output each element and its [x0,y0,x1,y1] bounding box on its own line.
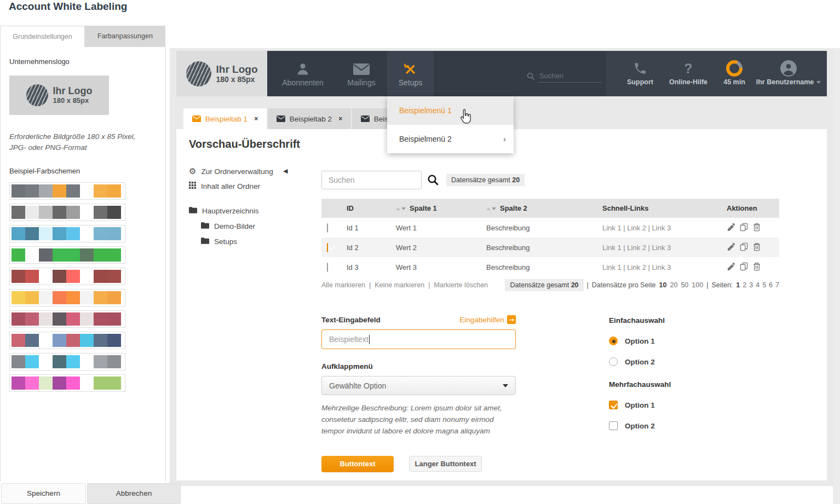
preview-tab-2[interactable]: Beispieltab 2 × [268,108,351,129]
color-scheme-row[interactable] [9,289,125,306]
select-none-link[interactable]: Keine markieren [375,281,424,289]
row-cell-quicklinks[interactable]: Link 1 | Link 2 | Link 3 [602,244,727,252]
list-search-input[interactable] [321,171,422,189]
close-icon[interactable]: × [338,115,342,123]
folder-manage-link[interactable]: ⚙ Zur Ordnerverwaltung [189,166,273,176]
page-link[interactable]: 2 [743,281,746,289]
delete-icon[interactable] [753,262,761,273]
color-swatch [94,334,107,347]
per-page-option[interactable]: 50 [681,281,688,289]
checkbox-checked[interactable] [609,401,618,409]
company-logo-placeholder[interactable]: Ihr Logo 180 x 85px [9,76,109,115]
edit-icon[interactable] [727,223,735,233]
color-scheme-row[interactable] [9,353,125,370]
color-scheme-row[interactable] [9,332,125,349]
header-search-input[interactable] [538,71,601,83]
nav-item-setups[interactable]: Setups [387,51,434,96]
tab-grundeinstellungen[interactable]: Grundeinstellungen [0,26,85,47]
input-helpers-link[interactable]: Eingabehilfen → [459,315,516,324]
checkbox-option-2[interactable]: Option 2 [609,421,718,430]
header-cell-spalte1[interactable]: Spalte 1 [396,204,486,212]
nav-item-mailings[interactable]: Mailings [331,51,392,96]
color-swatch [11,184,25,198]
preview-heading: Vorschau-Überschrift [189,138,300,150]
sort-asc-icon[interactable] [486,207,491,210]
copy-icon[interactable] [740,223,748,233]
delete-icon[interactable] [753,242,761,253]
radio-option-2[interactable]: Option 2 [609,357,718,366]
color-scheme-row[interactable] [9,246,125,264]
row-cell-description: Beschreibung [486,244,602,252]
collapse-icon[interactable]: ◀ [283,167,287,175]
page-link[interactable]: 1 [736,281,740,289]
page-link[interactable]: 5 [762,281,766,289]
sort-asc-icon[interactable] [396,207,400,210]
copy-icon[interactable] [740,242,748,253]
color-scheme-row[interactable] [9,374,125,392]
text-input[interactable]: Beispieltext [321,329,516,349]
header-cell-spalte2[interactable]: Spalte 2 [486,204,602,212]
copy-icon[interactable] [740,262,748,273]
preview-tab-1[interactable]: Beispieltab 1 × [183,108,267,129]
color-scheme-row[interactable] [9,225,125,242]
search-icon[interactable] [427,174,439,188]
delete-icon[interactable] [753,223,761,233]
preview-logo[interactable]: Ihr Logo 180 x 85px [176,51,267,96]
select-all-link[interactable]: Alle markieren [321,281,365,289]
checkbox-unchecked[interactable] [609,421,618,430]
color-swatch [39,206,53,219]
color-scheme-row[interactable] [9,268,125,285]
delete-marked-link[interactable]: Markierte löschen [434,281,488,289]
page-link[interactable]: 6 [769,281,773,289]
folder-manage-label: Zur Ordnerverwaltung [201,167,273,176]
row-cell-actions [727,262,779,273]
sort-desc-icon[interactable] [492,207,496,210]
folder-root[interactable]: Hauptverzeichnis [189,207,259,215]
page-scrollbar[interactable] [833,48,840,504]
edit-icon[interactable] [727,262,735,272]
color-scheme-row[interactable] [9,310,125,328]
sort-desc-icon[interactable] [401,207,406,210]
per-page-option[interactable]: 100 [692,281,703,289]
row-cell-quicklinks[interactable]: Link 1 | Link 2 | Link 3 [602,263,727,271]
nav-item-abonnenten[interactable]: Abonnenten [273,51,333,96]
page-link[interactable]: 7 [775,281,779,289]
page-link[interactable]: 3 [749,281,753,289]
page-link[interactable]: 4 [756,281,760,289]
row-checkbox[interactable] [327,223,328,233]
text-caret [369,335,370,344]
header-cell-id[interactable]: ID [347,204,396,212]
per-page-option[interactable]: 10 [659,281,667,289]
per-page-option[interactable]: 20 [670,281,677,289]
radio-selected[interactable] [609,337,618,345]
folder-child[interactable]: Setups [201,237,237,246]
folder-all-link[interactable]: Inhalt aller Ordner [189,182,260,190]
row-checkbox[interactable] [327,263,328,272]
secondary-button[interactable]: Langer Buttontext [409,456,482,472]
cancel-button[interactable]: Abbrechen [87,483,181,504]
color-swatch [66,184,80,198]
radio-unselected[interactable] [609,357,618,366]
sort-icons[interactable] [486,207,496,210]
folder-child-label: Demo-Bilder [214,222,255,230]
checkbox-option-1[interactable]: Option 1 [609,401,718,409]
row-cell-quicklinks[interactable]: Link 1 | Link 2 | Link 3 [602,224,727,232]
menu-item-beispielmenu-1[interactable]: Beispielmenü 1 [387,96,514,125]
primary-button[interactable]: Buttontext [321,456,394,472]
menu-item-beispielmenu-2[interactable]: Beispielmenü 2 › [387,125,514,153]
color-scheme-row[interactable] [9,204,125,221]
save-button[interactable]: Speichern [1,483,86,504]
close-icon[interactable]: × [254,115,258,123]
row-checkbox-checked[interactable] [327,243,328,252]
dropdown-select[interactable]: Gewählte Option [321,376,516,395]
user-menu-item[interactable]: Ihr Benutzername [752,51,825,96]
edit-icon[interactable] [727,242,735,252]
color-schemes [9,182,157,392]
radio-option-1[interactable]: Option 1 [609,337,718,345]
color-scheme-row[interactable] [9,182,125,200]
sort-icons[interactable] [396,207,406,210]
nav-label: Setups [387,78,434,87]
header-right-section: Support ? Online-Hilfe 45 min Ihr Benutz… [606,51,827,96]
tab-farbanpassungen[interactable]: Farbanpassungen [85,26,165,47]
folder-child[interactable]: Demo-Bilder [201,222,255,230]
